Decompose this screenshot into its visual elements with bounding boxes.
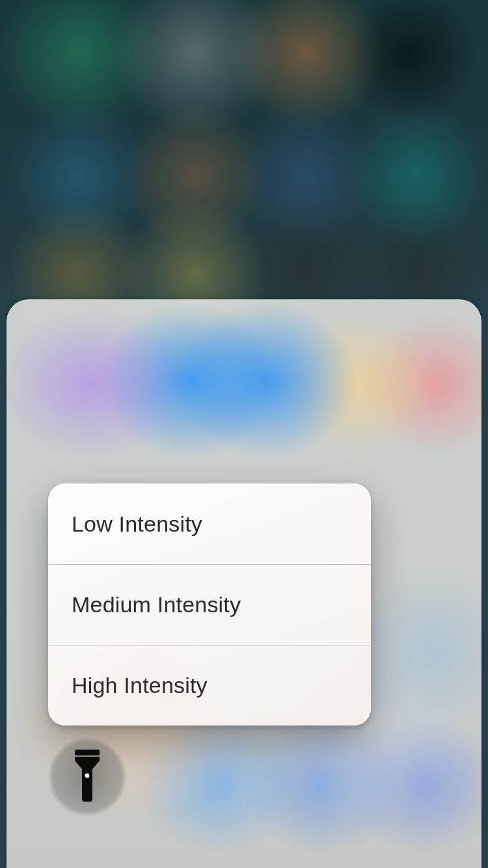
flashlight-low-intensity[interactable]: Low Intensity	[48, 483, 371, 564]
menu-item-label: High Intensity	[72, 673, 208, 698]
menu-item-label: Medium Intensity	[72, 592, 241, 617]
menu-item-label: Low Intensity	[72, 511, 202, 537]
flashlight-high-intensity[interactable]: High Intensity	[48, 645, 371, 726]
control-center-panel-blurred: Low Intensity Medium Intensity High Inte…	[7, 299, 481, 868]
flashlight-icon	[72, 750, 102, 804]
home-screen-blurred: Low Intensity Medium Intensity High Inte…	[0, 0, 488, 868]
flashlight-medium-intensity[interactable]: Medium Intensity	[48, 564, 371, 645]
flashlight-intensity-menu: Low Intensity Medium Intensity High Inte…	[48, 483, 371, 726]
svg-rect-0	[75, 750, 100, 755]
svg-point-1	[85, 774, 90, 778]
flashlight-button[interactable]	[48, 738, 126, 816]
